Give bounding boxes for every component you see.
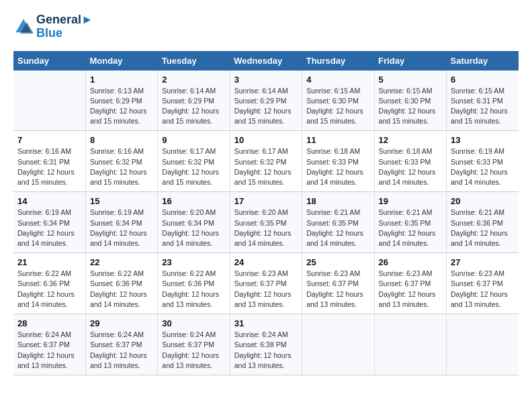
day-number: 24 xyxy=(234,257,298,267)
calendar-cell: 18Sunrise: 6:21 AMSunset: 6:35 PMDayligh… xyxy=(302,192,374,253)
day-info: Sunrise: 6:23 AMSunset: 6:37 PMDaylight:… xyxy=(234,269,298,310)
calendar-cell: 3Sunrise: 6:14 AMSunset: 6:29 PMDaylight… xyxy=(230,71,302,131)
day-number: 27 xyxy=(451,257,515,267)
day-info: Sunrise: 6:16 AMSunset: 6:31 PMDaylight:… xyxy=(17,146,81,187)
weekday-header-tuesday: Tuesday xyxy=(158,51,230,71)
day-info: Sunrise: 6:22 AMSunset: 6:36 PMDaylight:… xyxy=(90,269,153,310)
day-info: Sunrise: 6:16 AMSunset: 6:32 PMDaylight:… xyxy=(90,146,153,187)
weekday-header-friday: Friday xyxy=(374,51,446,71)
logo: General► Blue xyxy=(13,13,93,40)
day-info: Sunrise: 6:20 AMSunset: 6:34 PMDaylight:… xyxy=(162,208,225,248)
calendar-week-4: 21Sunrise: 6:22 AMSunset: 6:36 PMDayligh… xyxy=(13,253,519,314)
day-info: Sunrise: 6:24 AMSunset: 6:37 PMDaylight:… xyxy=(90,330,153,371)
weekday-header-row: SundayMondayTuesdayWednesdayThursdayFrid… xyxy=(13,51,519,71)
day-info: Sunrise: 6:20 AMSunset: 6:35 PMDaylight:… xyxy=(234,208,298,248)
calendar-table: SundayMondayTuesdayWednesdayThursdayFrid… xyxy=(13,51,519,375)
calendar-cell: 5Sunrise: 6:15 AMSunset: 6:30 PMDaylight… xyxy=(374,71,446,131)
logo-text: General► Blue xyxy=(36,13,93,40)
calendar-cell: 7Sunrise: 6:16 AMSunset: 6:31 PMDaylight… xyxy=(13,131,85,192)
day-number: 31 xyxy=(234,318,298,328)
day-number: 18 xyxy=(306,196,369,206)
day-number: 28 xyxy=(17,318,81,328)
calendar-cell: 19Sunrise: 6:21 AMSunset: 6:35 PMDayligh… xyxy=(374,192,446,253)
day-info: Sunrise: 6:18 AMSunset: 6:33 PMDaylight:… xyxy=(379,146,442,187)
day-number: 17 xyxy=(234,196,298,206)
calendar-cell: 20Sunrise: 6:21 AMSunset: 6:36 PMDayligh… xyxy=(447,192,519,253)
calendar-cell xyxy=(13,71,85,131)
day-info: Sunrise: 6:21 AMSunset: 6:35 PMDaylight:… xyxy=(306,208,369,248)
day-number: 10 xyxy=(234,135,298,145)
calendar-cell: 22Sunrise: 6:22 AMSunset: 6:36 PMDayligh… xyxy=(85,253,157,314)
calendar-week-5: 28Sunrise: 6:24 AMSunset: 6:37 PMDayligh… xyxy=(13,314,519,375)
day-info: Sunrise: 6:19 AMSunset: 6:34 PMDaylight:… xyxy=(17,208,81,248)
day-info: Sunrise: 6:14 AMSunset: 6:29 PMDaylight:… xyxy=(234,86,298,127)
day-number: 4 xyxy=(306,75,369,85)
day-info: Sunrise: 6:22 AMSunset: 6:36 PMDaylight:… xyxy=(17,269,81,310)
calendar-cell: 31Sunrise: 6:24 AMSunset: 6:38 PMDayligh… xyxy=(230,314,302,375)
day-info: Sunrise: 6:24 AMSunset: 6:38 PMDaylight:… xyxy=(234,330,298,371)
day-number: 12 xyxy=(379,135,442,145)
calendar-week-3: 14Sunrise: 6:19 AMSunset: 6:34 PMDayligh… xyxy=(13,192,519,253)
calendar-cell: 24Sunrise: 6:23 AMSunset: 6:37 PMDayligh… xyxy=(230,253,302,314)
day-number: 9 xyxy=(162,135,225,145)
calendar-header: SundayMondayTuesdayWednesdayThursdayFrid… xyxy=(13,51,519,71)
weekday-header-saturday: Saturday xyxy=(447,51,519,71)
day-number: 15 xyxy=(90,196,153,206)
calendar-cell: 23Sunrise: 6:22 AMSunset: 6:36 PMDayligh… xyxy=(158,253,230,314)
day-info: Sunrise: 6:15 AMSunset: 6:30 PMDaylight:… xyxy=(306,86,369,127)
day-info: Sunrise: 6:19 AMSunset: 6:34 PMDaylight:… xyxy=(90,208,153,248)
calendar-cell xyxy=(374,314,446,375)
weekday-header-wednesday: Wednesday xyxy=(230,51,302,71)
day-number: 22 xyxy=(90,257,153,267)
day-info: Sunrise: 6:17 AMSunset: 6:32 PMDaylight:… xyxy=(162,146,225,187)
calendar-cell: 13Sunrise: 6:19 AMSunset: 6:33 PMDayligh… xyxy=(447,131,519,192)
day-info: Sunrise: 6:19 AMSunset: 6:33 PMDaylight:… xyxy=(451,146,515,187)
day-info: Sunrise: 6:23 AMSunset: 6:37 PMDaylight:… xyxy=(306,269,369,310)
day-info: Sunrise: 6:22 AMSunset: 6:36 PMDaylight:… xyxy=(162,269,225,310)
day-number: 5 xyxy=(379,75,442,85)
calendar-cell: 2Sunrise: 6:14 AMSunset: 6:29 PMDaylight… xyxy=(158,71,230,131)
day-info: Sunrise: 6:14 AMSunset: 6:29 PMDaylight:… xyxy=(162,86,225,127)
calendar-cell: 9Sunrise: 6:17 AMSunset: 6:32 PMDaylight… xyxy=(158,131,230,192)
calendar-cell: 21Sunrise: 6:22 AMSunset: 6:36 PMDayligh… xyxy=(13,253,85,314)
day-info: Sunrise: 6:15 AMSunset: 6:30 PMDaylight:… xyxy=(379,86,442,127)
day-number: 19 xyxy=(379,196,442,206)
calendar-cell: 10Sunrise: 6:17 AMSunset: 6:32 PMDayligh… xyxy=(230,131,302,192)
day-number: 29 xyxy=(90,318,153,328)
day-info: Sunrise: 6:18 AMSunset: 6:33 PMDaylight:… xyxy=(306,146,369,187)
day-number: 20 xyxy=(451,196,515,206)
day-info: Sunrise: 6:24 AMSunset: 6:37 PMDaylight:… xyxy=(17,330,81,371)
calendar-body: 1Sunrise: 6:13 AMSunset: 6:29 PMDaylight… xyxy=(13,71,519,375)
day-number: 3 xyxy=(234,75,298,85)
calendar-cell: 25Sunrise: 6:23 AMSunset: 6:37 PMDayligh… xyxy=(302,253,374,314)
day-number: 1 xyxy=(90,75,153,85)
logo-icon xyxy=(13,17,34,37)
day-number: 30 xyxy=(162,318,225,328)
calendar-cell: 30Sunrise: 6:24 AMSunset: 6:37 PMDayligh… xyxy=(158,314,230,375)
day-number: 25 xyxy=(306,257,369,267)
calendar-cell: 1Sunrise: 6:13 AMSunset: 6:29 PMDaylight… xyxy=(85,71,157,131)
day-number: 2 xyxy=(162,75,225,85)
calendar-cell: 14Sunrise: 6:19 AMSunset: 6:34 PMDayligh… xyxy=(13,192,85,253)
day-number: 7 xyxy=(17,135,81,145)
day-number: 26 xyxy=(379,257,442,267)
day-info: Sunrise: 6:17 AMSunset: 6:32 PMDaylight:… xyxy=(234,146,298,187)
day-info: Sunrise: 6:13 AMSunset: 6:29 PMDaylight:… xyxy=(90,86,153,127)
calendar-cell: 27Sunrise: 6:23 AMSunset: 6:37 PMDayligh… xyxy=(447,253,519,314)
calendar-cell: 16Sunrise: 6:20 AMSunset: 6:34 PMDayligh… xyxy=(158,192,230,253)
day-number: 6 xyxy=(451,75,515,85)
day-number: 13 xyxy=(451,135,515,145)
day-number: 8 xyxy=(90,135,153,145)
calendar-cell: 12Sunrise: 6:18 AMSunset: 6:33 PMDayligh… xyxy=(374,131,446,192)
day-number: 14 xyxy=(17,196,81,206)
day-number: 16 xyxy=(162,196,225,206)
day-info: Sunrise: 6:23 AMSunset: 6:37 PMDaylight:… xyxy=(451,269,515,310)
calendar-cell: 11Sunrise: 6:18 AMSunset: 6:33 PMDayligh… xyxy=(302,131,374,192)
calendar-cell: 28Sunrise: 6:24 AMSunset: 6:37 PMDayligh… xyxy=(13,314,85,375)
day-info: Sunrise: 6:21 AMSunset: 6:36 PMDaylight:… xyxy=(451,208,515,248)
calendar-cell: 15Sunrise: 6:19 AMSunset: 6:34 PMDayligh… xyxy=(85,192,157,253)
day-info: Sunrise: 6:15 AMSunset: 6:31 PMDaylight:… xyxy=(451,86,515,127)
day-info: Sunrise: 6:23 AMSunset: 6:37 PMDaylight:… xyxy=(379,269,442,310)
calendar-cell: 26Sunrise: 6:23 AMSunset: 6:37 PMDayligh… xyxy=(374,253,446,314)
weekday-header-thursday: Thursday xyxy=(302,51,374,71)
